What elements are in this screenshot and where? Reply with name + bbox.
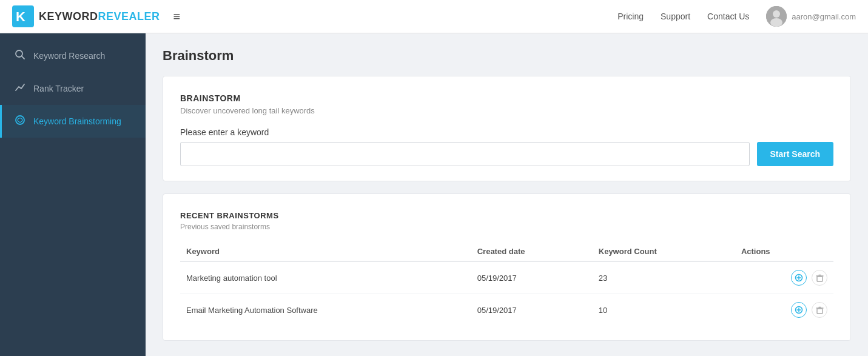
svg-point-4 (770, 18, 782, 27)
sidebar-item-rank-tracker[interactable]: Rank Tracker (0, 72, 146, 105)
brainstorm-table: Keyword Created date Keyword Count Actio… (180, 242, 833, 326)
svg-rect-11 (817, 277, 823, 281)
brainstorm-icon (14, 115, 26, 128)
sidebar-item-keyword-research[interactable]: Keyword Research (0, 39, 146, 72)
logo-icon: K (12, 5, 34, 27)
keyword-input[interactable] (180, 142, 750, 166)
view-action-button[interactable] (791, 302, 807, 318)
user-area: aaron@gmail.com (766, 6, 856, 27)
topnav: K KEYWORDREVEALER ≡ Pricing Support Cont… (0, 0, 868, 33)
chart-icon (14, 82, 26, 95)
sidebar-item-label: Keyword Research (33, 51, 105, 61)
delete-action-button[interactable] (812, 270, 827, 286)
svg-rect-17 (817, 309, 823, 314)
page-title: Brainstorm (163, 48, 851, 64)
view-action-button[interactable] (791, 270, 807, 286)
logo: K KEYWORDREVEALER (12, 5, 160, 27)
topnav-right: Pricing Support Contact Us aaron@gmail.c… (617, 6, 856, 27)
col-created-date: Created date (471, 242, 593, 261)
brand-revealer: REVEALER (98, 10, 160, 22)
svg-text:K: K (16, 9, 25, 24)
contact-us-link[interactable]: Contact Us (707, 12, 749, 21)
table-row: Marketing automation tool 05/19/2017 23 (180, 261, 833, 294)
svg-point-3 (773, 10, 780, 18)
cell-keyword-count: 10 (593, 294, 735, 326)
app-layout: Keyword Research Rank Tracker Keyword Br… (0, 0, 868, 356)
cell-created-date: 05/19/2017 (471, 294, 593, 326)
logo-text: KEYWORDREVEALER (39, 10, 160, 23)
recent-brainstorms-card: RECENT BRAINSTORMS Previous saved brains… (163, 193, 851, 341)
avatar (766, 6, 787, 27)
sidebar-item-label: Keyword Brainstorming (33, 116, 121, 126)
brainstorm-card: BRAINSTORM Discover uncovered long tail … (163, 76, 851, 181)
keyword-input-label: Please enter a keyword (180, 127, 833, 137)
support-link[interactable]: Support (661, 12, 690, 21)
svg-line-6 (22, 56, 24, 59)
cell-keyword-count: 23 (593, 261, 735, 294)
cell-keyword: Marketing automation tool (180, 261, 471, 294)
cell-actions (735, 294, 833, 326)
cell-keyword: Email Marketing Automation Software (180, 294, 471, 326)
table-row: Email Marketing Automation Software 05/1… (180, 294, 833, 326)
search-icon (14, 49, 26, 62)
topnav-left: K KEYWORDREVEALER ≡ (12, 5, 183, 27)
brand-keyword: KEYWORD (39, 10, 98, 22)
keyword-input-row: Start Search (180, 142, 833, 166)
start-search-button[interactable]: Start Search (757, 142, 833, 166)
recent-brainstorms-heading: RECENT BRAINSTORMS (180, 211, 833, 220)
svg-point-7 (16, 116, 24, 124)
sidebar-item-keyword-brainstorming[interactable]: Keyword Brainstorming (0, 105, 146, 138)
recent-brainstorms-subtitle: Previous saved brainstorms (180, 223, 833, 231)
col-keyword-count: Keyword Count (593, 242, 735, 261)
sidebar: Keyword Research Rank Tracker Keyword Br… (0, 33, 146, 356)
pricing-link[interactable]: Pricing (617, 12, 644, 21)
col-actions: Actions (735, 242, 833, 261)
brainstorm-card-heading: BRAINSTORM (180, 93, 833, 103)
brainstorm-card-subtitle: Discover uncovered long tail keywords (180, 106, 833, 115)
col-keyword: Keyword (180, 242, 471, 261)
main-content: Brainstorm BRAINSTORM Discover uncovered… (146, 33, 868, 356)
delete-action-button[interactable] (812, 302, 827, 318)
cell-actions (735, 261, 833, 294)
sidebar-item-label: Rank Tracker (33, 84, 84, 93)
hamburger-menu-icon[interactable]: ≡ (171, 7, 183, 26)
cell-created-date: 05/19/2017 (471, 261, 593, 294)
user-email: aaron@gmail.com (792, 12, 856, 21)
